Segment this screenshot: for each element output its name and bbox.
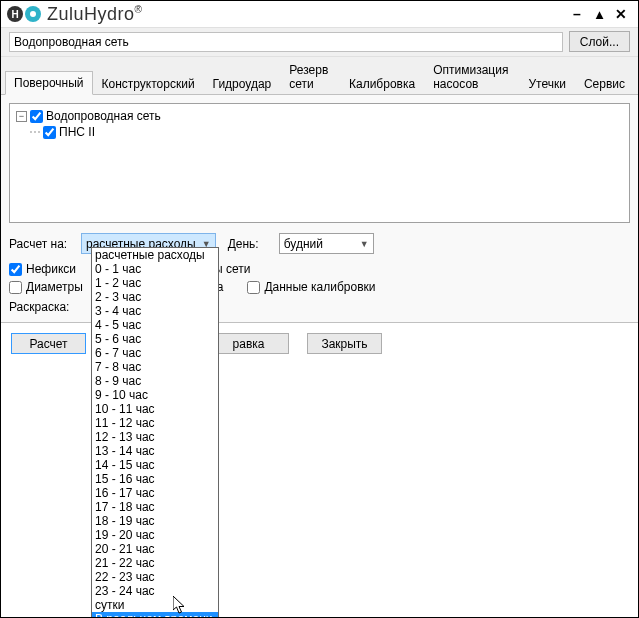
diameters-checkbox-row[interactable]: Диаметры (9, 280, 83, 294)
minimize-button[interactable]: – (570, 7, 584, 21)
dropdown-option[interactable]: 10 - 11 час (92, 402, 218, 416)
day-select[interactable]: будний ▼ (279, 233, 374, 254)
dropdown-option[interactable]: 1 - 2 час (92, 276, 218, 290)
tab-поверочный[interactable]: Поверочный (5, 71, 93, 95)
dropdown-option[interactable]: 20 - 21 час (92, 542, 218, 556)
dropdown-option[interactable]: 12 - 13 час (92, 430, 218, 444)
dropdown-option[interactable]: 4 - 5 час (92, 318, 218, 332)
dropdown-option[interactable]: 17 - 18 час (92, 500, 218, 514)
nefiksir-checkbox-row[interactable]: Нефикси (9, 262, 76, 276)
dropdown-option[interactable]: 11 - 12 час (92, 416, 218, 430)
dropdown-option[interactable]: 8 - 9 час (92, 374, 218, 388)
calc-mode-dropdown[interactable]: расчетные расходы0 - 1 час1 - 2 час2 - 3… (91, 247, 219, 618)
dropdown-option[interactable]: 18 - 19 час (92, 514, 218, 528)
tree-root-row[interactable]: − Водопроводная сеть (16, 108, 623, 124)
tab-bar: ПоверочныйКонструкторскийГидроударРезерв… (1, 57, 638, 95)
dropdown-option[interactable]: 0 - 1 час (92, 262, 218, 276)
dropdown-option[interactable]: сутки (92, 598, 218, 612)
tree-root-checkbox[interactable] (30, 110, 43, 123)
dropdown-option[interactable]: 16 - 17 час (92, 486, 218, 500)
diameters-label: Диаметры (26, 280, 83, 294)
tree-root-label: Водопроводная сеть (46, 109, 161, 123)
calc-on-label: Расчет на: (9, 237, 75, 251)
dropdown-option[interactable]: 5 - 6 час (92, 332, 218, 346)
dropdown-option[interactable]: 19 - 20 час (92, 528, 218, 542)
dropdown-option[interactable]: 2 - 3 час (92, 290, 218, 304)
dropdown-option[interactable]: 3 - 4 час (92, 304, 218, 318)
chevron-down-icon: ▼ (360, 239, 369, 249)
layer-button[interactable]: Слой... (569, 31, 630, 52)
network-name-field[interactable]: Водопроводная сеть (9, 32, 563, 52)
tab-калибровка[interactable]: Калибровка (340, 72, 424, 95)
tree-child-row[interactable]: ⋯ ПНС II (16, 124, 623, 140)
app-icon (25, 6, 41, 22)
calib-label: Данные калибровки (264, 280, 375, 294)
layer-tree[interactable]: − Водопроводная сеть ⋯ ПНС II (9, 103, 630, 223)
day-value: будний (284, 237, 323, 251)
dropdown-option[interactable]: 23 - 24 час (92, 584, 218, 598)
nefiksir-checkbox[interactable] (9, 263, 22, 276)
tab-оптимизация насосов[interactable]: Оптимизация насосов (424, 58, 519, 95)
close-window-button[interactable]: ✕ (614, 7, 628, 21)
tab-резерв сети[interactable]: Резерв сети (280, 58, 340, 95)
dropdown-option[interactable]: 15 - 16 час (92, 472, 218, 486)
tree-branch-icon: ⋯ (29, 124, 40, 140)
calib-checkbox[interactable] (247, 281, 260, 294)
maximize-button[interactable]: ▴ (592, 7, 606, 21)
dropdown-option[interactable]: расчетные расходы (92, 248, 218, 262)
tree-child-label: ПНС II (59, 125, 95, 139)
dropdown-option[interactable]: 6 - 7 час (92, 346, 218, 360)
dropdown-option[interactable]: В реальном времени (92, 612, 218, 618)
raskraska-label: Раскраска: (9, 300, 75, 314)
dropdown-option[interactable]: 7 - 8 час (92, 360, 218, 374)
diameters-checkbox[interactable] (9, 281, 22, 294)
nefiksir-label: Нефикси (26, 262, 76, 276)
tree-child-checkbox[interactable] (43, 126, 56, 139)
tab-утечки[interactable]: Утечки (519, 72, 574, 95)
calc-button[interactable]: Расчет (11, 333, 86, 354)
tab-гидроудар[interactable]: Гидроудар (204, 72, 281, 95)
calib-checkbox-row[interactable]: Данные калибровки (247, 280, 375, 294)
tab-сервис[interactable]: Сервис (575, 72, 634, 95)
dropdown-option[interactable]: 22 - 23 час (92, 570, 218, 584)
day-label: День: (228, 237, 259, 251)
title-bar: H ZuluHydro® – ▴ ✕ (1, 1, 638, 27)
network-row: Водопроводная сеть Слой... (1, 27, 638, 57)
dropdown-option[interactable]: 14 - 15 час (92, 458, 218, 472)
tab-конструкторский[interactable]: Конструкторский (93, 72, 204, 95)
app-title: ZuluHydro® (47, 4, 142, 25)
close-button[interactable]: Закрыть (307, 333, 382, 354)
dropdown-option[interactable]: 13 - 14 час (92, 444, 218, 458)
dropdown-option[interactable]: 9 - 10 час (92, 388, 218, 402)
dropdown-option[interactable]: 21 - 22 час (92, 556, 218, 570)
help-button-partial[interactable]: равка (214, 333, 289, 354)
expand-icon[interactable]: − (16, 111, 27, 122)
h-icon: H (7, 6, 23, 22)
